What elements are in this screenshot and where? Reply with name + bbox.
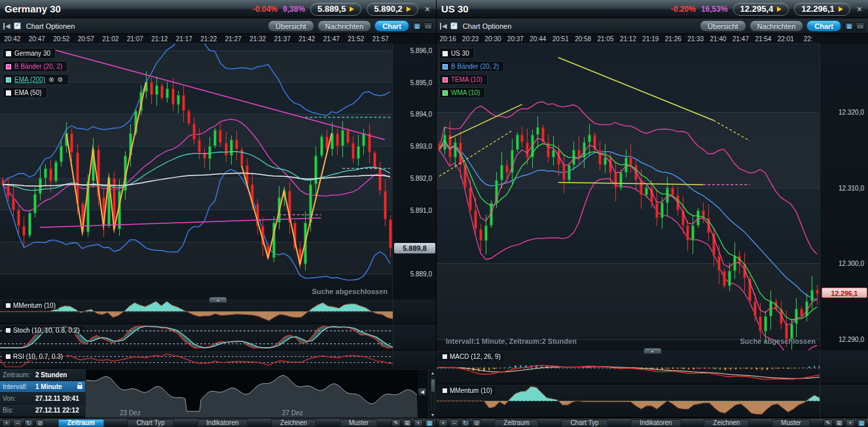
- toolbar-button-chart-typ[interactable]: Chart Typ: [127, 419, 173, 427]
- indicator-panel-momentum: MMentum (10): [0, 299, 436, 324]
- sell-price-button[interactable]: 12.295,4: [733, 3, 789, 16]
- collapse-indicators-handle[interactable]: ▴: [643, 348, 662, 354]
- toolbar-button-chart-typ[interactable]: Chart Typ: [561, 419, 607, 427]
- scroll-up-icon[interactable]: ▲: [431, 370, 435, 376]
- legend-item[interactable]: EMA (50): [3, 87, 47, 98]
- instrument-title: US 30: [441, 3, 469, 14]
- plus-icon[interactable]: +: [439, 419, 448, 427]
- toolbar-button-zeitraum[interactable]: Zeitraum: [58, 419, 104, 427]
- trading-workspace: Germany 30 -0.04% 9,38% 5.889,5 5.890,2 …: [0, 0, 868, 427]
- plus-icon[interactable]: +: [2, 419, 11, 427]
- pencil-icon[interactable]: ✎: [391, 419, 401, 427]
- scrollbar-thumb[interactable]: [431, 379, 435, 392]
- disable-icon[interactable]: ⊘: [35, 419, 45, 427]
- tab-uebersicht[interactable]: Übersicht: [268, 20, 314, 31]
- time-label: 21:40: [707, 34, 729, 43]
- change-percent: -0.04%: [253, 5, 278, 14]
- settings-row[interactable]: Zeitraum:2 Stunden: [0, 369, 85, 381]
- grid-icon[interactable]: ⊞: [403, 419, 412, 427]
- chart-legend: Germany 30B Bänder (20, 2)EMA (200)⊗⚙EMA…: [3, 48, 69, 98]
- indicator-swatch-icon: [443, 388, 447, 393]
- layout-grid-icon[interactable]: ▦: [844, 22, 854, 30]
- legend-label: WMA (10): [451, 89, 480, 96]
- legend-label: Germany 30: [14, 50, 50, 57]
- legend-item[interactable]: TEMA (10): [439, 74, 488, 85]
- time-label: 20:30: [482, 34, 504, 43]
- tab-uebersicht[interactable]: Übersicht: [700, 20, 746, 31]
- scroll-down-icon[interactable]: ▼: [431, 412, 435, 418]
- close-icon[interactable]: ×: [856, 4, 863, 14]
- grid-icon[interactable]: ⊞: [835, 419, 844, 427]
- buy-price-button[interactable]: 5.890,2: [367, 3, 418, 16]
- layout-grid-icon[interactable]: ▦: [412, 22, 422, 30]
- plus-icon[interactable]: +: [414, 419, 423, 427]
- collapse-indicators-handle[interactable]: ▴: [209, 297, 227, 303]
- navigator-scroll-left[interactable]: ◀: [418, 388, 427, 396]
- legend-item[interactable]: B Bänder (20, 2): [3, 61, 67, 72]
- toolbar-button-indikatoren[interactable]: Indikatoren: [197, 419, 247, 427]
- indicator-settings-icon[interactable]: ⚙: [58, 77, 63, 83]
- time-label: 20:42: [0, 34, 25, 43]
- pencil-icon[interactable]: ✎: [823, 419, 833, 427]
- layout-icon[interactable]: ▦: [857, 419, 866, 427]
- indicator-label: MMentum (10): [439, 386, 496, 395]
- tab-bar: ◀ Chart Optionen Übersicht Nachrichten C…: [437, 18, 868, 34]
- legend-item[interactable]: US 30: [439, 48, 475, 59]
- chart-options-checkbox-icon[interactable]: [14, 22, 21, 29]
- legend-label: B Bänder (20, 2): [451, 63, 499, 70]
- buy-price-value: 12.296,1: [801, 4, 835, 14]
- refresh-icon[interactable]: ↻: [24, 419, 33, 427]
- settings-row[interactable]: Von:27.12.11 20:41: [0, 393, 85, 405]
- legend-label: EMA (50): [14, 89, 42, 96]
- minus-icon[interactable]: −: [13, 419, 22, 427]
- toolbar-button-muster[interactable]: Muster: [772, 419, 810, 427]
- legend-item[interactable]: B Bänder (20, 2): [439, 61, 504, 72]
- layout-icon[interactable]: ▦: [425, 419, 434, 427]
- minus-icon[interactable]: −: [450, 419, 459, 427]
- navigator-chart[interactable]: 23 Dez 27 Dez: [85, 369, 417, 418]
- time-label: 21:57: [369, 34, 393, 43]
- toolbar-button-zeichnen[interactable]: Zeichnen: [271, 419, 316, 427]
- tab-chart[interactable]: Chart: [806, 20, 841, 31]
- disable-icon[interactable]: ⊘: [472, 419, 481, 427]
- tab-chart-options[interactable]: Chart Optionen: [461, 20, 514, 31]
- indicator-panel-stoch: Stoch (10, 10, 0.8, 0.2): [0, 324, 436, 350]
- refresh-icon[interactable]: ↻: [461, 419, 470, 427]
- time-label: 21:12: [147, 34, 172, 43]
- legend-item[interactable]: WMA (10): [439, 87, 485, 98]
- chart-options-checkbox-icon[interactable]: [450, 22, 458, 29]
- remove-indicator-icon[interactable]: ⊗: [48, 77, 54, 83]
- settings-row[interactable]: Intervall:1 Minute: [0, 381, 85, 393]
- tab-chart[interactable]: Chart: [374, 20, 409, 31]
- settings-row[interactable]: Bis:27.12.11 22:12: [0, 405, 85, 417]
- legend-item[interactable]: Germany 30: [3, 48, 56, 59]
- toolbar-button-indikatoren[interactable]: Indikatoren: [630, 419, 681, 427]
- indicator-name: Stoch (10, 10, 0.8, 0.2): [13, 327, 80, 334]
- collapse-panel-icon[interactable]: ◀: [3, 23, 10, 29]
- close-icon[interactable]: ×: [424, 4, 431, 14]
- price-arrow-icon: [350, 7, 354, 12]
- time-label: 20:57: [74, 34, 99, 43]
- toolbar-button-muster[interactable]: Muster: [340, 419, 378, 427]
- time-label: 21:37: [270, 34, 295, 43]
- toolbar-button-zeitraum[interactable]: Zeitraum: [494, 419, 538, 427]
- time-label: 21:27: [221, 34, 246, 43]
- scrollbar[interactable]: ▲ ▼: [428, 369, 437, 418]
- indicator-panels: MACD (12, 26, 9)MMentum (10): [437, 350, 868, 418]
- plus-icon[interactable]: +: [846, 419, 855, 427]
- minimize-icon[interactable]: ▭: [424, 22, 433, 30]
- minimize-icon[interactable]: ▭: [856, 22, 865, 30]
- legend-item[interactable]: EMA (200)⊗⚙: [3, 74, 69, 85]
- tab-nachrichten[interactable]: Nachrichten: [317, 20, 372, 31]
- tab-nachrichten[interactable]: Nachrichten: [750, 20, 804, 31]
- legend-swatch-icon: [443, 51, 448, 56]
- status-text: Suche abgeschlossen: [740, 337, 816, 345]
- tab-chart-options[interactable]: Chart Optionen: [24, 20, 77, 31]
- settings-value: 27.12.11 22:12: [35, 407, 79, 414]
- price-arrow-icon: [777, 7, 782, 12]
- sell-price-button[interactable]: 5.889,5: [310, 3, 361, 16]
- collapse-panel-icon[interactable]: ◀: [440, 23, 447, 29]
- toolbar-button-zeichnen[interactable]: Zeichnen: [704, 419, 749, 427]
- change-percent: -0.20%: [671, 5, 696, 14]
- buy-price-button[interactable]: 12.296,1: [794, 3, 850, 16]
